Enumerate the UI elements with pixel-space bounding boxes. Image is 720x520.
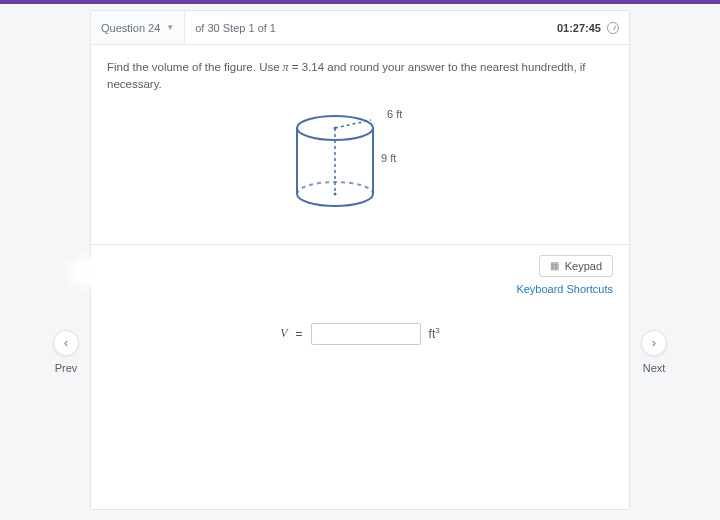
height-label: 9 ft — [381, 152, 396, 164]
prev-nav: ‹ Prev — [42, 330, 90, 374]
question-number-label: Question 24 — [101, 22, 160, 34]
card-header: Question 24 ▼ of 30 Step 1 of 1 01:27:45 — [91, 11, 629, 45]
next-button[interactable]: › — [641, 330, 667, 356]
timer-value: 01:27:45 — [557, 22, 601, 34]
keypad-label: Keypad — [565, 260, 602, 272]
question-card: Question 24 ▼ of 30 Step 1 of 1 01:27:45… — [90, 10, 630, 510]
keypad-icon: ▦ — [550, 260, 559, 271]
cylinder-figure: 6 ft 9 ft — [91, 102, 629, 244]
timer: 01:27:45 — [557, 22, 629, 34]
prompt-pre: Find the volume of the figure. Use — [107, 61, 283, 73]
next-label: Next — [630, 362, 678, 374]
prev-button[interactable]: ‹ — [53, 330, 79, 356]
app-topbar — [0, 0, 720, 4]
answer-lhs: V — [280, 326, 287, 341]
answer-row: V = ft3 — [91, 301, 629, 385]
question-prompt: Find the volume of the figure. Use π = 3… — [91, 45, 629, 102]
keypad-button[interactable]: ▦ Keypad — [539, 255, 613, 277]
unit-exp: 3 — [435, 326, 439, 335]
volume-input[interactable] — [311, 323, 421, 345]
next-nav: › Next — [630, 330, 678, 374]
answer-tools: ▦ Keypad Keyboard Shortcuts — [91, 245, 629, 301]
chevron-down-icon: ▼ — [166, 23, 174, 32]
prev-label: Prev — [42, 362, 90, 374]
answer-unit: ft3 — [429, 326, 440, 341]
svg-line-4 — [335, 120, 371, 128]
question-selector[interactable]: Question 24 ▼ — [91, 11, 185, 44]
pi-value: 3.14 — [302, 61, 324, 73]
cylinder-svg: 6 ft 9 ft — [275, 106, 445, 226]
keyboard-shortcuts-link[interactable]: Keyboard Shortcuts — [516, 283, 613, 295]
step-label: of 30 Step 1 of 1 — [185, 22, 286, 34]
prompt-eq: = — [289, 61, 302, 73]
answer-equals: = — [296, 327, 303, 341]
clock-icon — [607, 22, 619, 34]
radius-label: 6 ft — [387, 108, 402, 120]
